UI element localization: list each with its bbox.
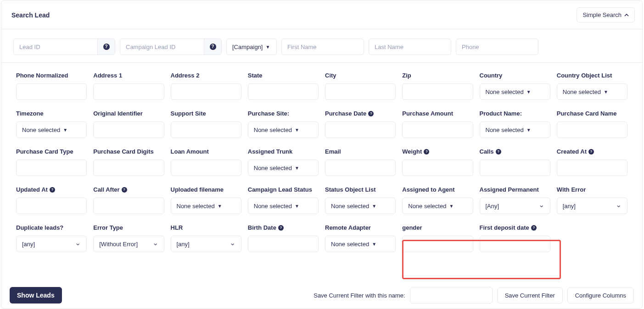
zip-input[interactable] [402, 83, 473, 100]
updated-at-input[interactable] [16, 198, 87, 214]
remote-adapter-select[interactable]: None selected [325, 236, 396, 252]
filter-name-input[interactable] [410, 287, 492, 303]
caret-down-icon [449, 204, 454, 209]
birth-date-input[interactable] [248, 236, 319, 252]
simple-search-toggle[interactable]: Simple Search [577, 7, 635, 22]
caret-down-icon [63, 127, 67, 132]
question-icon[interactable] [368, 111, 374, 116]
label-with-error: With Error [557, 186, 627, 193]
label-campaign-lead-status: Campaign Lead Status [248, 186, 319, 193]
label-phone-normalized: Phone Normalized [16, 72, 87, 79]
campaign-lead-status-select[interactable]: None selected [248, 198, 319, 214]
gender-input[interactable] [402, 236, 473, 252]
lead-id-field [13, 39, 115, 55]
question-icon [210, 44, 216, 50]
label-purchase-site: Purchase Site: [248, 110, 319, 117]
label-address1: Address 1 [93, 72, 164, 79]
lead-id-input[interactable] [14, 39, 97, 55]
label-weight: Weight [402, 148, 473, 155]
status-obj-select[interactable]: None selected [325, 198, 396, 214]
country-obj-select[interactable]: None selected [557, 83, 627, 100]
address2-input[interactable] [171, 83, 241, 100]
quick-filters-row: [Campaign] [1, 29, 642, 63]
first-name-input[interactable] [287, 44, 358, 50]
question-icon[interactable] [50, 187, 55, 193]
lead-id-help[interactable] [97, 39, 115, 55]
label-loan-amount: Loan Amount [171, 148, 241, 155]
with-error-select[interactable]: [any] [557, 198, 627, 214]
uploaded-filename-select[interactable]: None selected [171, 198, 241, 214]
purchase-date-input[interactable] [325, 121, 396, 138]
loan-amount-input[interactable] [171, 160, 241, 176]
label-original-identifier: Original Identifier [93, 110, 164, 117]
label-state: State [248, 72, 319, 79]
question-icon[interactable] [531, 225, 537, 231]
state-input[interactable] [248, 83, 319, 100]
question-icon[interactable] [122, 187, 127, 193]
first-deposit-date-input[interactable] [480, 236, 550, 252]
support-site-input[interactable] [171, 121, 241, 138]
label-email: Email [325, 148, 396, 155]
filters-grid: Phone Normalized Address 1 Address 2 Sta… [1, 63, 642, 258]
duplicate-leads-select[interactable]: [any] [16, 236, 87, 252]
caret-down-icon [295, 166, 299, 171]
label-product-name: Product Name: [480, 110, 550, 117]
purchase-card-type-input[interactable] [16, 160, 87, 176]
phone-input[interactable] [462, 44, 532, 50]
chevron-down-icon [152, 240, 158, 248]
purchase-card-digits-input[interactable] [93, 160, 164, 176]
label-gender: gender [402, 224, 473, 231]
search-lead-panel: Search Lead Simple Search [Campaign] [1, 0, 643, 309]
label-purchase-date: Purchase Date [325, 110, 396, 117]
label-first-deposit-date: First deposit date [480, 224, 550, 231]
campaign-select-label: [Campaign] [232, 44, 263, 50]
city-input[interactable] [325, 83, 396, 100]
configure-columns-button[interactable]: Configure Columns [567, 287, 634, 303]
question-icon[interactable] [588, 149, 594, 154]
created-at-input[interactable] [557, 160, 627, 176]
question-icon[interactable] [278, 225, 284, 231]
purchase-site-select[interactable]: None selected [248, 121, 319, 138]
label-purchase-card-name: Purchase Card Name [557, 110, 627, 117]
product-name-select[interactable]: None selected [480, 121, 550, 138]
filter-name-field [410, 287, 493, 303]
call-after-input[interactable] [93, 198, 164, 214]
label-country: Country [480, 72, 550, 79]
weight-input[interactable] [402, 160, 473, 176]
original-identifier-input[interactable] [93, 121, 164, 138]
show-leads-button[interactable]: Show Leads [10, 287, 62, 303]
campaign-lead-id-field [120, 39, 222, 55]
last-name-input[interactable] [375, 44, 445, 50]
campaign-select[interactable]: [Campaign] [226, 39, 277, 55]
campaign-lead-id-input[interactable] [120, 39, 204, 55]
caret-down-icon [372, 204, 376, 209]
campaign-lead-id-help[interactable] [204, 39, 221, 55]
chevron-up-icon [624, 13, 629, 17]
error-type-select[interactable]: [Without Error] [93, 236, 164, 252]
label-assigned-agent: Assigned to Agent [402, 186, 473, 193]
calls-input[interactable] [480, 160, 550, 176]
purchase-amount-input[interactable] [402, 121, 473, 138]
assigned-agent-select[interactable]: None selected [402, 198, 473, 214]
caret-down-icon [604, 89, 608, 94]
question-icon[interactable] [424, 149, 429, 154]
country-select[interactable]: None selected [480, 83, 550, 100]
save-filter-button[interactable]: Save Current Filter [497, 287, 563, 303]
label-timezone: Timezone [16, 110, 87, 117]
purchase-card-name-input[interactable] [557, 121, 627, 138]
simple-search-label: Simple Search [582, 11, 622, 18]
chevron-down-icon [230, 240, 235, 248]
label-purchase-card-type: Purchase Card Type [16, 148, 87, 155]
hlr-select[interactable]: [any] [171, 236, 241, 252]
phone-normalized-input[interactable] [16, 83, 87, 100]
timezone-select[interactable]: None selected [16, 121, 87, 138]
page-title: Search Lead [11, 11, 50, 19]
address1-input[interactable] [93, 83, 164, 100]
question-icon[interactable] [496, 149, 501, 154]
assigned-trunk-select[interactable]: None selected [248, 160, 319, 176]
assigned-permanent-select[interactable]: [Any] [480, 198, 550, 214]
email-input[interactable] [325, 160, 396, 176]
caret-down-icon [295, 127, 299, 132]
label-address2: Address 2 [171, 72, 241, 79]
first-name-field [281, 39, 364, 55]
